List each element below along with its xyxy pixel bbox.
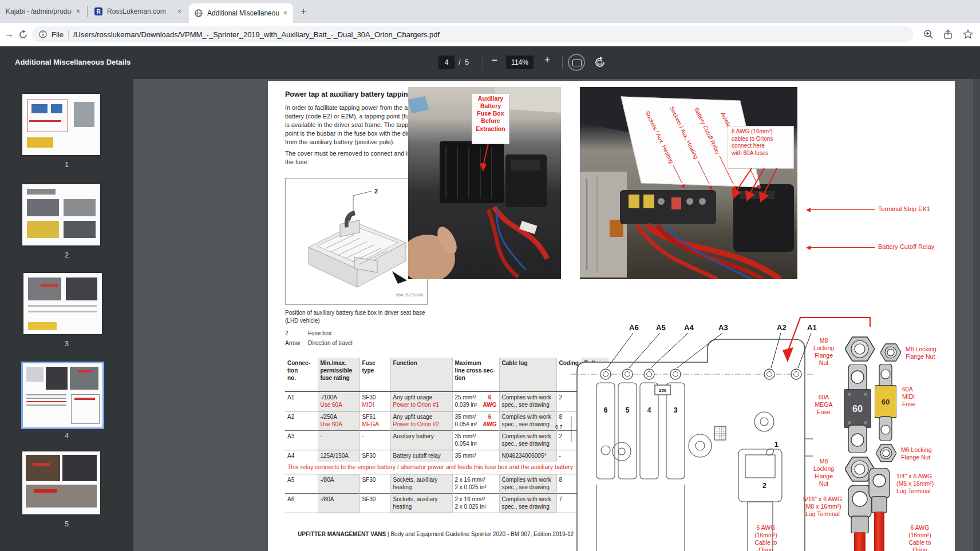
thumbnail-page-number: 2	[0, 251, 133, 259]
component-number: 2	[762, 482, 766, 490]
page-number-input[interactable]: 4	[438, 56, 455, 69]
legend-key: 2	[285, 330, 308, 338]
photo-fusebox-extraction: Auxiliary Battery Fuse Box Before Extrac…	[408, 87, 561, 279]
mega-fuse-label: 60A MEGA Fuse	[806, 394, 841, 416]
legend-value: Direction of travel	[308, 340, 353, 346]
m8-nut-label: M8 Locking Flange Nut	[805, 458, 843, 488]
red-cable	[874, 512, 884, 551]
info-icon[interactable]	[39, 30, 47, 38]
url-field[interactable]: File /Users/rosslukeman/Downloads/VPMM_-…	[32, 26, 914, 42]
cable-to-orion-label: 6 AWG (16mm²) Cable to Orion	[748, 524, 784, 551]
toolbar-divider	[483, 56, 483, 69]
scrollbar[interactable]	[973, 79, 980, 551]
reload-icon[interactable]	[18, 30, 28, 39]
col-header: Min./max. permissible fuse rating	[318, 358, 359, 392]
tab-kajabi[interactable]: Kajabi - /admin/products/2148 ×	[0, 0, 86, 23]
col-header: Connec- tion no.	[285, 358, 318, 392]
figure-drawing-number: N54.15-2310-00	[396, 293, 423, 297]
terminal-label: A2	[777, 323, 787, 332]
fuse-150-label: 150	[659, 388, 667, 393]
page-separator: /	[459, 58, 461, 66]
zoom-out-button[interactable]: −	[488, 54, 501, 66]
tab-title: Additional Miscellaneous Detail	[207, 9, 279, 17]
thumbnail-sidebar: 1 2 3 4	[0, 79, 133, 551]
figure-caption: Position of auxiliary battery fuse box i…	[285, 309, 433, 324]
close-icon[interactable]: ×	[283, 9, 287, 17]
rotate-icon[interactable]	[593, 56, 607, 69]
m6-locking-flange-nut-icon	[880, 343, 901, 362]
figure-callout: 2	[374, 188, 378, 195]
midi-fuse-icon: 60	[875, 364, 896, 441]
terminal-label: A3	[718, 323, 728, 332]
zoom-in-button[interactable]: +	[540, 54, 554, 66]
slot-number: 4	[647, 406, 651, 414]
thumbnail-page-4-selected[interactable]	[23, 363, 102, 427]
url-path: /Users/rosslukeman/Downloads/VPMM_-_Spri…	[73, 30, 440, 39]
page-footer: UPFITTER MANAGEMENT VANS | Body and Equi…	[298, 531, 574, 537]
fit-to-page-button[interactable]	[568, 54, 585, 71]
bookmark-star-icon[interactable]	[962, 29, 974, 40]
thumbnail-page-number: 4	[0, 432, 133, 440]
m6-nut-label: M6 Locking Flange Nut	[906, 346, 951, 360]
pdf-document-title: Additional Miscellaneous Details	[15, 58, 131, 66]
pdf-page: Power tap at auxiliary battery tapping p…	[268, 81, 955, 551]
new-tab-button[interactable]: +	[297, 5, 310, 18]
fit-page-icon	[572, 60, 582, 66]
thumbnail-page-number: 1	[0, 161, 133, 169]
slot-number: 6	[604, 406, 608, 414]
thumbnail-page-number: 5	[0, 520, 133, 528]
footer-bold: UPFITTER MANAGEMENT VANS	[298, 531, 386, 537]
toolbar-divider	[562, 56, 563, 69]
tab-bar: Kajabi - /admin/products/2148 × R RossLu…	[0, 0, 980, 23]
terminal-label: A1	[807, 323, 817, 332]
tab-pdf-active[interactable]: Additional Miscellaneous Detail ×	[189, 3, 293, 23]
annotation-arrows	[712, 166, 786, 206]
zoom-level-input[interactable]: 114%	[506, 56, 534, 69]
photo-annotation-box: 6 AWG (16mm²) cables to Orions connect h…	[728, 126, 794, 169]
share-icon[interactable]	[942, 29, 954, 40]
m8-locking-flange-nut-icon	[845, 336, 875, 362]
component-number: 1	[774, 441, 779, 449]
midi-fuse-value: 60	[882, 398, 890, 406]
terminal-strip-arrow	[810, 209, 875, 210]
col-header: Function	[390, 358, 452, 392]
tab-divider	[87, 6, 88, 17]
red-cable	[854, 532, 866, 551]
tab-title: Kajabi - /admin/products/2148	[6, 7, 72, 15]
document-area[interactable]: Power tap at auxiliary battery tapping p…	[133, 79, 980, 551]
dimension-label: 0,7	[555, 424, 563, 430]
lug-terminal-1-4-label: 1/4" x 6 AWG (M6 x 16mm²) Lug Terminal	[896, 473, 954, 495]
col-header: Maximum line cross-sec- tion	[452, 358, 499, 392]
terminal-label: A4	[684, 323, 694, 332]
forward-icon[interactable]: →	[5, 27, 14, 41]
midi-fuse-label: 60A MIDI Fuse	[902, 386, 932, 408]
mega-fuse-value: 60	[852, 404, 863, 414]
slot-number: 3	[674, 406, 678, 414]
m8-nut-label: M8 Locking Flange Nut	[805, 337, 843, 367]
legend-key: Arrow	[285, 339, 308, 347]
thumbnail-page-2[interactable]	[22, 184, 100, 245]
legend-row: ArrowDirection of travel	[285, 339, 353, 347]
lug-terminal-1-4-icon	[867, 468, 892, 513]
tab-rosslukeman[interactable]: R RossLukeman.com ×	[89, 0, 187, 23]
page-total: 5	[465, 58, 469, 66]
lug-terminal-5-16-label: 5/16" x 6 AWG (M8 x 16mm²) Lug Terminal	[797, 495, 848, 518]
url-scheme-label: File	[52, 30, 64, 39]
thumbnail-page-3[interactable]	[23, 273, 102, 334]
footer-rest: | Body and Equipment Guideline Sprinter …	[388, 531, 574, 537]
thumbnail-page-5[interactable]	[22, 451, 100, 514]
fusebox-isometric-drawing: 2 N54.15-2310-00	[286, 179, 427, 304]
pdf-toolbar: Additional Miscellaneous Details 4 / 5 −…	[0, 46, 980, 79]
thumbnail-page-number: 3	[0, 340, 133, 348]
thumbnail-page-1[interactable]	[22, 94, 100, 155]
close-icon[interactable]: ×	[76, 7, 80, 15]
terminal-strip-label: Terminal Strip EK1	[878, 205, 930, 212]
fusebox-figure: 2 N54.15-2310-00	[285, 178, 428, 305]
rosslukeman-favicon-icon: R	[94, 7, 102, 15]
terminal-label: A6	[629, 323, 639, 332]
m6-locking-flange-nut-icon	[876, 444, 896, 462]
m6-nut-label: M6 Locking Flange Nut	[901, 446, 947, 461]
close-icon[interactable]: ×	[177, 7, 181, 15]
zoom-indicator-icon[interactable]	[923, 29, 934, 40]
terminal-label: A5	[656, 323, 666, 332]
